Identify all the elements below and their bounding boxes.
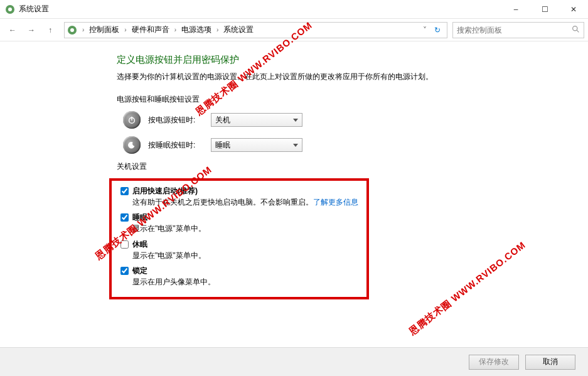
- minimize-button[interactable]: –: [501, 0, 530, 19]
- checkbox-desc: 显示在"电源"菜单中。: [132, 223, 364, 235]
- save-button[interactable]: 保存修改: [469, 355, 519, 370]
- sleep-button-row: 按睡眠按钮时: 睡眠: [117, 136, 518, 154]
- checkbox-lock[interactable]: [120, 267, 129, 275]
- chevron-right-icon: ›: [173, 26, 178, 33]
- svg-point-1: [8, 8, 12, 11]
- refresh-button[interactable]: ↻: [430, 26, 444, 35]
- app-icon: [5, 4, 15, 14]
- breadcrumb-icon: [67, 25, 77, 35]
- svg-point-4: [573, 26, 577, 30]
- page-subtitle: 选择要为你的计算机设置的电源设置。在此页上对设置所做的更改将应用于你所有的电源计…: [117, 71, 518, 83]
- window-controls: – ☐ ✕: [501, 0, 588, 19]
- breadcrumb-item[interactable]: 系统设置: [221, 23, 256, 36]
- page-title: 定义电源按钮并启用密码保护: [117, 54, 518, 66]
- up-button[interactable]: ↑: [41, 21, 59, 39]
- check-sleep: 睡眠 显示在"电源"菜单中。: [120, 212, 364, 235]
- sleep-button-label: 按睡眠按钮时:: [148, 140, 211, 151]
- content-area: 定义电源按钮并启用密码保护 选择要为你的计算机设置的电源设置。在此页上对设置所做…: [0, 44, 588, 347]
- check-hibernate: 休眠 显示在"电源"菜单中。: [120, 239, 364, 262]
- window-title: 系统设置: [19, 4, 501, 14]
- power-button-label: 按电源按钮时:: [148, 115, 211, 126]
- check-fast-startup: 启用快速启动(推荐) 这有助于在关机之后更快地启动电脑。不会影响重启。了解更多信…: [120, 186, 364, 208]
- checkbox-label: 锁定: [132, 266, 147, 276]
- checkbox-hibernate[interactable]: [120, 240, 129, 249]
- shutdown-settings-box: 启用快速启动(推荐) 这有助于在关机之后更快地启动电脑。不会影响重启。了解更多信…: [109, 178, 369, 299]
- breadcrumb-dropdown-icon[interactable]: ˅: [420, 26, 429, 35]
- chevron-right-icon: ›: [123, 26, 127, 33]
- checkbox-fast-startup[interactable]: [120, 187, 129, 195]
- chevron-right-icon: ›: [81, 26, 85, 33]
- power-icon: [123, 111, 141, 129]
- breadcrumb[interactable]: › 控制面板 › 硬件和声音 › 电源选项 › 系统设置 ˅ ↻: [64, 22, 447, 38]
- checkbox-label: 休眠: [132, 239, 147, 250]
- close-button[interactable]: ✕: [559, 0, 588, 19]
- checkbox-sleep[interactable]: [120, 213, 129, 222]
- svg-point-3: [70, 28, 74, 32]
- section-label-shutdown: 关机设置: [117, 161, 518, 172]
- search-icon[interactable]: [572, 25, 580, 35]
- cancel-button[interactable]: 取消: [525, 355, 575, 370]
- search-input[interactable]: [457, 26, 572, 35]
- checkbox-label: 睡眠: [132, 212, 147, 223]
- checkbox-desc: 显示在用户头像菜单中。: [132, 276, 364, 288]
- chevron-right-icon: ›: [215, 26, 220, 33]
- breadcrumb-item[interactable]: 硬件和声音: [129, 23, 172, 36]
- back-button[interactable]: ←: [4, 21, 21, 39]
- sleep-button-select[interactable]: 睡眠: [211, 138, 302, 152]
- section-label-buttons: 电源按钮和睡眠按钮设置: [117, 94, 518, 105]
- breadcrumb-item[interactable]: 控制面板: [87, 23, 122, 36]
- forward-button[interactable]: →: [23, 21, 40, 39]
- sleep-icon: [123, 136, 141, 154]
- checkbox-label: 启用快速启动(推荐): [132, 186, 198, 196]
- power-button-row: 按电源按钮时: 关机: [117, 111, 518, 129]
- footer: 保存修改 取消: [0, 347, 588, 376]
- navbar: ← → ↑ › 控制面板 › 硬件和声音 › 电源选项 › 系统设置 ˅ ↻: [0, 19, 588, 41]
- titlebar: 系统设置 – ☐ ✕: [0, 0, 588, 19]
- check-lock: 锁定 显示在用户头像菜单中。: [120, 266, 364, 288]
- checkbox-desc: 这有助于在关机之后更快地启动电脑。不会影响重启。了解更多信息: [132, 196, 364, 208]
- power-button-select[interactable]: 关机: [211, 113, 302, 127]
- learn-more-link[interactable]: 了解更多信息: [313, 198, 358, 207]
- svg-line-5: [577, 30, 579, 32]
- maximize-button[interactable]: ☐: [530, 0, 559, 19]
- breadcrumb-item[interactable]: 电源选项: [179, 23, 214, 36]
- search-box[interactable]: [452, 22, 584, 38]
- checkbox-desc: 显示在"电源"菜单中。: [132, 250, 364, 262]
